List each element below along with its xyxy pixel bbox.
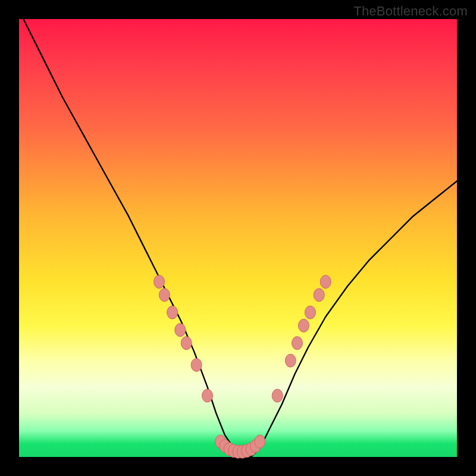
- curve-marker: [314, 289, 324, 302]
- curve-marker: [191, 358, 202, 371]
- curve-marker: [181, 337, 192, 350]
- curve-marker: [175, 324, 186, 337]
- curve-marker: [167, 306, 178, 319]
- curve-marker: [305, 306, 315, 319]
- curve-marker: [320, 275, 331, 289]
- chart-frame: TheBottleneck.com: [0, 0, 476, 476]
- curve-marker: [159, 289, 170, 302]
- curve-markers: [154, 275, 331, 459]
- curve-marker: [255, 435, 265, 448]
- curve-marker: [272, 389, 283, 402]
- curve-marker: [154, 275, 165, 289]
- bottleneck-curve: [19, 10, 457, 457]
- curve-marker: [292, 337, 302, 350]
- plot-area: [19, 19, 457, 457]
- curve-marker: [285, 354, 296, 367]
- curve-marker: [202, 389, 213, 402]
- curve-marker: [298, 319, 309, 332]
- curve-svg: [19, 19, 457, 457]
- attribution-label: TheBottleneck.com: [353, 4, 468, 19]
